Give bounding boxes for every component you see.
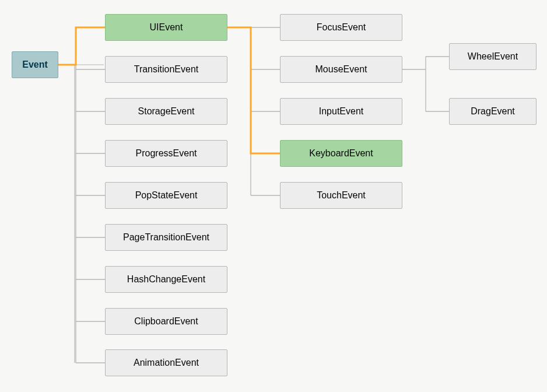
node-storageevent[interactable]: StorageEvent — [105, 98, 227, 125]
node-wheelevent[interactable]: WheelEvent — [449, 43, 537, 70]
node-pagetransitionevent[interactable]: PageTransitionEvent — [105, 224, 227, 251]
node-dragevent[interactable]: DragEvent — [449, 98, 537, 125]
node-progressevent[interactable]: ProgressEvent — [105, 140, 227, 167]
node-event[interactable]: Event — [12, 51, 58, 78]
node-transitionevent[interactable]: TransitionEvent — [105, 56, 227, 83]
node-animationevent[interactable]: AnimationEvent — [105, 349, 227, 376]
node-hashchangeevent[interactable]: HashChangeEvent — [105, 266, 227, 293]
node-uievent[interactable]: UIEvent — [105, 14, 227, 41]
node-keyboardevent[interactable]: KeyboardEvent — [280, 140, 402, 167]
node-mouseevent[interactable]: MouseEvent — [280, 56, 402, 83]
node-focusevent[interactable]: FocusEvent — [280, 14, 402, 41]
node-popstateevent[interactable]: PopStateEvent — [105, 182, 227, 209]
node-clipboardevent[interactable]: ClipboardEvent — [105, 308, 227, 335]
node-inputevent[interactable]: InputEvent — [280, 98, 402, 125]
node-touchevent[interactable]: TouchEvent — [280, 182, 402, 209]
event-hierarchy-diagram: Event UIEvent TransitionEvent StorageEve… — [0, 0, 547, 392]
